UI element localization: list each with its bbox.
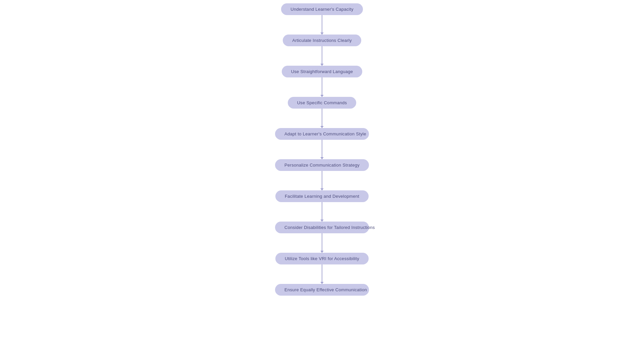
node3: Use Straightforward Language [282, 66, 363, 77]
connector-3 [322, 77, 322, 97]
connector-4 [322, 109, 322, 128]
connector-8 [322, 233, 322, 253]
connector-2 [322, 46, 322, 66]
connector-9 [322, 264, 322, 284]
connector-7 [322, 202, 322, 222]
connector-5 [322, 140, 322, 159]
node10: Ensure Equally Effective Communication [275, 284, 369, 296]
node1: Understand Learner's Capacity [281, 3, 363, 15]
node4: Use Specific Commands [288, 97, 357, 109]
node9: Utilize Tools like VRI for Accessibility [275, 253, 369, 264]
flowchart-container: Understand Learner's CapacityArticulate … [275, 0, 369, 296]
connector-6 [322, 171, 322, 190]
node8: Consider Disabilities for Tailored Instr… [275, 222, 369, 233]
connector-1 [322, 15, 322, 35]
node6: Personalize Communication Strategy [275, 159, 369, 171]
node2: Articulate Instructions Clearly [283, 35, 361, 46]
node7: Facilitate Learning and Development [275, 190, 369, 202]
node5: Adapt to Learner's Communication Style [275, 128, 369, 140]
